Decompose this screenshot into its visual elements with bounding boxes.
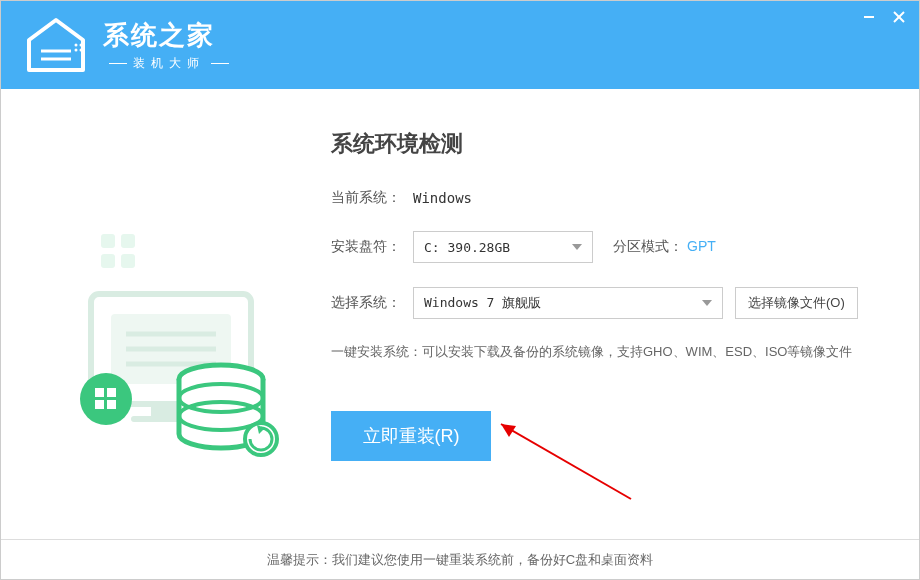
svg-point-2 bbox=[75, 49, 78, 52]
close-button[interactable] bbox=[891, 9, 907, 25]
app-title: 系统之家 bbox=[103, 18, 235, 53]
svg-point-1 bbox=[80, 44, 83, 47]
svg-rect-22 bbox=[107, 400, 116, 409]
section-title: 系统环境检测 bbox=[331, 129, 889, 159]
partition-mode-value: GPT bbox=[687, 238, 716, 254]
svg-rect-19 bbox=[95, 388, 104, 397]
browse-image-button[interactable]: 选择镜像文件(O) bbox=[735, 287, 858, 319]
app-window: 系统之家 装机大师 bbox=[0, 0, 920, 580]
svg-point-18 bbox=[80, 373, 132, 425]
svg-point-3 bbox=[80, 49, 83, 52]
svg-rect-10 bbox=[121, 254, 135, 268]
svg-rect-7 bbox=[101, 234, 115, 248]
install-drive-label: 安装盘符： bbox=[331, 238, 413, 256]
svg-rect-9 bbox=[101, 254, 115, 268]
current-system-value: Windows bbox=[413, 190, 472, 206]
chevron-down-icon bbox=[702, 300, 712, 306]
main-content: 系统环境检测 当前系统： Windows 安装盘符： C: 390.28GB 分… bbox=[1, 89, 919, 539]
select-system-label: 选择系统： bbox=[331, 294, 413, 312]
select-system-select[interactable]: Windows 7 旗舰版 bbox=[413, 287, 723, 319]
footer-tip: 温馨提示：我们建议您使用一键重装系统前，备份好C盘和桌面资料 bbox=[1, 539, 919, 579]
svg-rect-21 bbox=[95, 400, 104, 409]
app-subtitle: 装机大师 bbox=[103, 55, 235, 72]
partition-mode-label: 分区模式： bbox=[613, 238, 683, 254]
logo: 系统之家 装机大师 bbox=[21, 15, 235, 75]
house-logo-icon bbox=[21, 15, 91, 75]
title-bar: 系统之家 装机大师 bbox=[1, 1, 919, 89]
select-system-value: Windows 7 旗舰版 bbox=[424, 294, 541, 312]
svg-rect-20 bbox=[107, 388, 116, 397]
current-system-label: 当前系统： bbox=[331, 189, 413, 207]
install-drive-select[interactable]: C: 390.28GB bbox=[413, 231, 593, 263]
svg-point-0 bbox=[75, 44, 78, 47]
illustration bbox=[31, 119, 311, 529]
svg-rect-8 bbox=[121, 234, 135, 248]
install-drive-value: C: 390.28GB bbox=[424, 240, 510, 255]
minimize-button[interactable] bbox=[861, 9, 877, 25]
reinstall-button[interactable]: 立即重装(R) bbox=[331, 411, 491, 461]
chevron-down-icon bbox=[572, 244, 582, 250]
install-hint: 一键安装系统：可以安装下载及备份的系统镜像，支持GHO、WIM、ESD、ISO等… bbox=[331, 343, 889, 361]
